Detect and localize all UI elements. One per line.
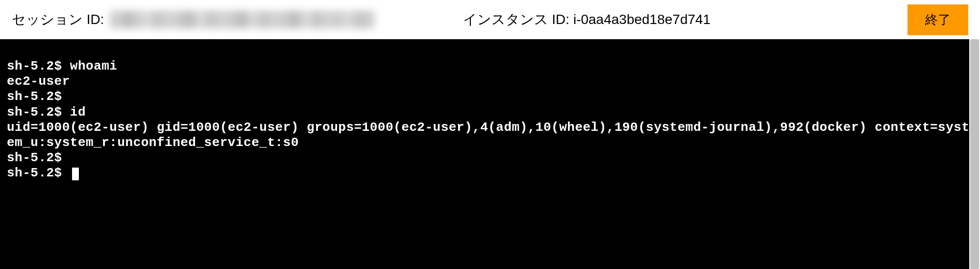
terminal-scrollbar[interactable] — [969, 39, 980, 269]
terminal-cursor — [72, 168, 79, 180]
terminal-line: sh-5.2$ — [7, 166, 973, 181]
session-id-label: セッション ID: — [12, 10, 104, 29]
terminal-line: ec2-user — [7, 74, 973, 89]
instance-id-section: インスタンス ID: i-0aa4a3bed18e7d741 — [463, 10, 711, 29]
terminal-line: uid=1000(ec2-user) gid=1000(ec2-user) gr… — [7, 120, 973, 150]
session-id-section: セッション ID: — [12, 10, 375, 29]
scrollbar-thumb[interactable] — [970, 39, 979, 269]
terminal-command: id — [70, 105, 86, 120]
terminal-output-text: ec2-user — [7, 74, 70, 89]
terminal-line: sh-5.2$ whoami — [7, 59, 973, 74]
terminal-command: whoami — [70, 59, 118, 73]
terminal-prompt: sh-5.2$ — [7, 105, 70, 120]
terminal-output[interactable]: sh-5.2$ whoamiec2-usersh-5.2$sh-5.2$ idu… — [0, 39, 980, 269]
terminal-line: sh-5.2$ id — [7, 105, 973, 120]
terminal-line: sh-5.2$ — [7, 150, 973, 166]
terminal-prompt: sh-5.2$ — [7, 59, 70, 73]
instance-id-label: インスタンス ID: — [463, 12, 570, 27]
end-session-button[interactable]: 終了 — [907, 4, 968, 35]
session-id-value-redacted — [110, 11, 375, 28]
terminal-prompt: sh-5.2$ — [7, 89, 62, 104]
session-header: セッション ID: インスタンス ID: i-0aa4a3bed18e7d741… — [0, 0, 980, 39]
terminal-line: sh-5.2$ — [7, 89, 973, 104]
instance-id-value: i-0aa4a3bed18e7d741 — [573, 12, 710, 27]
terminal-prompt: sh-5.2$ — [7, 166, 70, 180]
terminal-output-text: uid=1000(ec2-user) gid=1000(ec2-user) gr… — [7, 120, 970, 150]
terminal-prompt: sh-5.2$ — [7, 150, 62, 165]
